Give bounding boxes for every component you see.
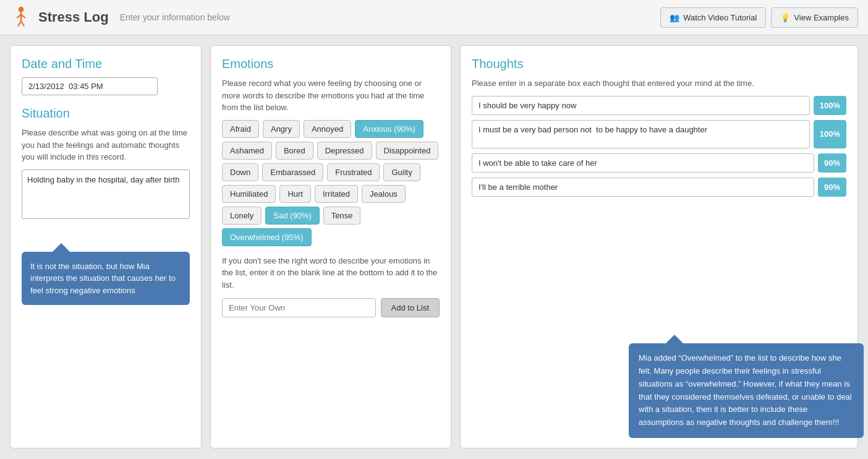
svg-point-0 (19, 7, 24, 12)
enter-own-input[interactable] (222, 298, 376, 317)
emotion-chip-0[interactable]: Afraid (222, 120, 259, 138)
left-panel: Date and Time Situation Please describe … (10, 45, 202, 448)
emotions-note: If you don't see the right word to descr… (222, 255, 440, 291)
add-to-list-button[interactable]: Add to List (381, 298, 440, 317)
thought-row-0: 100% (472, 96, 846, 115)
thought-pct-2: 90% (818, 153, 846, 173)
thought-row-1: 100% (472, 120, 846, 148)
header-left: Stress Log Enter your information below (10, 6, 230, 28)
emotions-section-title: Emotions (222, 57, 440, 71)
thought-input-3[interactable] (472, 178, 814, 197)
emotion-chip-16[interactable]: Lonely (222, 207, 262, 225)
emotion-chip-1[interactable]: Angry (263, 120, 300, 138)
thought-pct-3: 90% (818, 178, 846, 197)
emotion-chip-3[interactable]: Anxious (90%) (355, 120, 423, 138)
emotion-chip-19[interactable]: Overwhelmed (95%) (222, 228, 312, 246)
enter-own-row: Add to List (222, 298, 440, 317)
thought-input-0[interactable] (472, 96, 810, 115)
middle-panel: Emotions Please record what you were fee… (210, 45, 451, 448)
emotion-chip-7[interactable]: Disappointed (376, 142, 439, 160)
emotions-grid: AfraidAngryAnnoyedAnxious (90%)AshamedBo… (222, 120, 440, 246)
thought-pct-1: 100% (814, 120, 846, 148)
svg-line-4 (18, 21, 21, 27)
stress-log-icon (10, 6, 32, 28)
emotion-chip-2[interactable]: Annoyed (304, 120, 351, 138)
thought-row-2: 90% (472, 153, 846, 173)
app-subtitle: Enter your information below (120, 12, 230, 22)
emotion-chip-5[interactable]: Bored (276, 142, 313, 160)
emotion-chip-11[interactable]: Guilty (383, 163, 420, 181)
emotion-chip-18[interactable]: Tense (323, 207, 361, 225)
callout-right: Mia added “Overwhelmed” to the list to d… (629, 343, 864, 438)
emotion-chip-14[interactable]: Irritated (315, 185, 358, 203)
thought-pct-0: 100% (814, 96, 846, 115)
emotion-chip-9[interactable]: Embarassed (262, 163, 323, 181)
main-content: Date and Time Situation Please describe … (0, 35, 868, 458)
bulb-icon: 💡 (780, 13, 790, 22)
date-section-title: Date and Time (22, 57, 190, 71)
watch-video-button[interactable]: 👥 Watch Video Tutorial (660, 7, 766, 28)
callout-right-wrapper: Mia added “Overwhelmed” to the list to d… (629, 343, 864, 438)
situation-textarea[interactable]: Holding baby in the hospital, day after … (22, 169, 190, 219)
thought-input-2[interactable] (472, 153, 814, 173)
emotion-chip-13[interactable]: Hurt (279, 185, 311, 203)
emotion-chip-10[interactable]: Frustrated (327, 163, 380, 181)
header-buttons: 👥 Watch Video Tutorial 💡 View Examples (660, 7, 858, 28)
header: Stress Log Enter your information below … (0, 0, 868, 35)
thoughts-container: 100%100%90%90% (472, 96, 846, 197)
thoughts-section-title: Thoughts (472, 57, 846, 71)
emotions-desc: Please record what you were feeling by c… (222, 77, 440, 114)
emotion-chip-12[interactable]: Humiliated (222, 185, 276, 203)
right-panel: Thoughts Please enter in a separate box … (460, 45, 858, 448)
emotion-chip-8[interactable]: Down (222, 163, 258, 181)
emotion-chip-17[interactable]: Sad (90%) (265, 207, 319, 225)
thought-row-3: 90% (472, 178, 846, 197)
video-icon: 👥 (670, 13, 679, 22)
emotion-chip-15[interactable]: Jealous (362, 185, 406, 203)
emotion-chip-6[interactable]: Depressed (317, 142, 372, 160)
thoughts-desc: Please enter in a separate box each thou… (472, 77, 846, 90)
app-title: Stress Log (38, 9, 109, 25)
thought-input-1[interactable] (472, 120, 810, 148)
datetime-input[interactable] (22, 77, 158, 95)
callout-left: It is not the situation, but how Mia int… (22, 252, 190, 306)
svg-line-5 (21, 21, 24, 27)
emotion-chip-4[interactable]: Ashamed (222, 142, 272, 160)
view-examples-button[interactable]: 💡 View Examples (771, 7, 858, 28)
situation-desc: Please describe what was going on at the… (22, 127, 190, 163)
situation-section-title: Situation (22, 106, 190, 121)
